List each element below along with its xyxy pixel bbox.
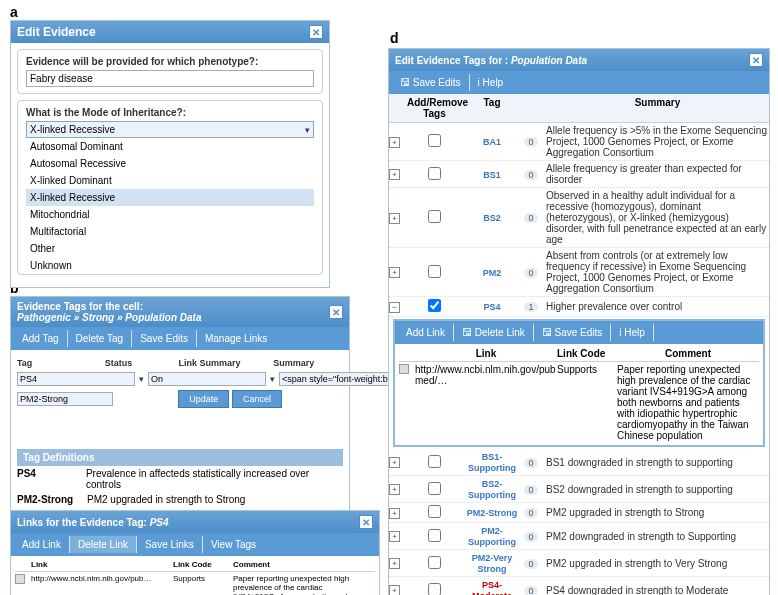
tag-name[interactable]: PM2 xyxy=(483,268,502,278)
close-icon[interactable]: ✕ xyxy=(329,305,343,319)
count-badge: 1 xyxy=(524,302,537,312)
chevron-down-icon[interactable]: ▾ xyxy=(139,374,144,384)
inheritance-options: Autosomal DominantAutosomal RecessiveX-l… xyxy=(26,138,314,274)
link-row[interactable]: http://www.ncbi.nlm.nih.gov/pubmed/… Sup… xyxy=(399,362,759,443)
summary-text: Higher prevalence over control xyxy=(540,301,769,312)
close-icon[interactable]: ✕ xyxy=(359,515,373,529)
count-badge: 0 xyxy=(524,559,537,569)
count-badge: 0 xyxy=(524,485,537,495)
cancel-button[interactable]: Cancel xyxy=(232,390,282,408)
add-link-button[interactable]: Add Link xyxy=(398,324,454,341)
inheritance-option[interactable]: X-linked Dominant xyxy=(26,172,314,189)
tag-checkbox[interactable] xyxy=(428,482,441,495)
expand-icon[interactable]: + xyxy=(389,531,400,542)
inheritance-option[interactable]: Mitochondrial xyxy=(26,206,314,223)
delete-tag-button[interactable]: Delete Tag xyxy=(68,330,133,347)
summary-text: Allele frequency is greater than expecte… xyxy=(540,163,769,185)
help-button[interactable]: i Help xyxy=(470,74,512,91)
tag-name[interactable]: PM2-Supporting xyxy=(468,526,516,547)
add-tag-button[interactable]: Add Tag xyxy=(14,330,68,347)
view-tags-button[interactable]: View Tags xyxy=(203,536,264,553)
link-row[interactable]: http://www.ncbi.nlm.nih.gov/pub… Support… xyxy=(15,572,375,595)
toolbar: Add Tag Delete Tag Save Edits Manage Lin… xyxy=(11,327,349,350)
save-edits-button[interactable]: Save Edits xyxy=(132,330,197,347)
expanded-link-panel: Add Link 🖫 Delete Link 🖫 Save Edits i He… xyxy=(393,319,765,447)
close-icon[interactable]: ✕ xyxy=(749,53,763,67)
close-icon[interactable]: ✕ xyxy=(309,25,323,39)
tag-checkbox[interactable] xyxy=(428,210,441,223)
titlebar: Edit Evidence ✕ xyxy=(11,21,329,43)
status-input[interactable] xyxy=(148,372,266,386)
tag-name[interactable]: PS4 xyxy=(483,302,500,312)
expand-icon[interactable]: + xyxy=(389,585,400,595)
phenotype-input[interactable] xyxy=(26,70,314,87)
summary-text: Absent from controls (or at extremely lo… xyxy=(540,250,769,294)
delete-link-button[interactable]: Delete Link xyxy=(70,536,137,553)
phenotype-question: Evidence will be provided for which phen… xyxy=(26,56,314,67)
tag-definitions-header: Tag Definitions xyxy=(17,449,343,466)
inheritance-option[interactable]: Autosomal Dominant xyxy=(26,138,314,155)
links-window: Links for the Evidence Tag: PS4 ✕ Add Li… xyxy=(10,510,380,595)
title-subject: Population Data xyxy=(511,55,587,66)
save-links-button[interactable]: Save Links xyxy=(137,536,203,553)
tag-row: +PM2-Very Strong0PM2 upgraded in strengt… xyxy=(389,550,769,577)
tag-checkbox[interactable] xyxy=(428,167,441,180)
expand-icon[interactable]: + xyxy=(389,558,400,569)
tag-name[interactable]: BS1 xyxy=(483,170,501,180)
tag-checkbox[interactable] xyxy=(428,529,441,542)
manage-links-button[interactable]: Manage Links xyxy=(197,330,275,347)
tag-checkbox[interactable] xyxy=(428,455,441,468)
panel-label-a: a xyxy=(10,4,18,20)
tag-row: PM2-Strong Update Cancel xyxy=(17,388,343,410)
link-summary-input[interactable] xyxy=(279,372,397,386)
tag-name[interactable]: PM2-Strong xyxy=(17,392,113,406)
tag-checkbox[interactable] xyxy=(428,134,441,147)
update-button[interactable]: Update xyxy=(178,390,229,408)
expand-icon[interactable]: + xyxy=(389,169,400,180)
tag-checkbox[interactable] xyxy=(428,583,441,596)
expand-icon[interactable]: + xyxy=(389,457,400,468)
column-headers: Add/Remove Tags Tag Summary xyxy=(389,94,769,123)
tag-name[interactable]: PS4-Moderate xyxy=(472,580,512,595)
tag-checkbox[interactable] xyxy=(428,265,441,278)
save-edits-button[interactable]: 🖫 Save Edits xyxy=(534,324,612,341)
toolbar: 🖫 Save Edits i Help xyxy=(389,71,769,94)
inheritance-dropdown[interactable]: X-linked Recessive ▾ xyxy=(26,121,314,138)
tag-name[interactable]: BS2 xyxy=(483,213,501,223)
chevron-down-icon[interactable]: ▾ xyxy=(270,374,275,384)
inheritance-option[interactable]: Other xyxy=(26,240,314,257)
inheritance-option[interactable]: Unknown xyxy=(26,257,314,274)
expand-icon[interactable]: + xyxy=(389,508,400,519)
summary-text: PM2 upgraded in strength to Very Strong xyxy=(540,558,769,569)
tag-checkbox[interactable] xyxy=(428,505,441,518)
tag-name[interactable]: BA1 xyxy=(483,137,501,147)
inheritance-option[interactable]: Multifactorial xyxy=(26,223,314,240)
expand-icon[interactable]: + xyxy=(389,267,400,278)
edit-evidence-tags-window: Edit Evidence Tags for : Population Data… xyxy=(388,48,770,595)
delete-link-button[interactable]: 🖫 Delete Link xyxy=(454,324,534,341)
tag-name[interactable]: PM2-Strong xyxy=(467,508,518,518)
tag-checkbox[interactable] xyxy=(428,556,441,569)
tag-name-input[interactable] xyxy=(17,372,135,386)
expand-icon[interactable]: + xyxy=(389,137,400,148)
tag-name[interactable]: BS2-Supporting xyxy=(468,479,516,500)
link-comment: Paper reporting unexpected high prevalen… xyxy=(233,574,375,595)
inheritance-option[interactable]: Autosomal Recessive xyxy=(26,155,314,172)
help-button[interactable]: i Help xyxy=(611,324,654,341)
count-badge: 0 xyxy=(524,213,537,223)
summary-text: Observed in a healthy adult individual f… xyxy=(540,190,769,245)
tag-name[interactable]: PM2-Very Strong xyxy=(472,553,513,574)
save-edits-button[interactable]: 🖫 Save Edits xyxy=(392,74,470,91)
tag-checkbox[interactable] xyxy=(428,299,441,312)
tag-row: +PM2-Strong0PM2 upgraded in strength to … xyxy=(389,503,769,523)
inheritance-option[interactable]: X-linked Recessive xyxy=(26,189,314,206)
expand-icon[interactable]: + xyxy=(389,213,400,224)
collapse-icon[interactable]: − xyxy=(389,302,400,313)
add-link-button[interactable]: Add Link xyxy=(14,536,70,553)
expand-icon[interactable]: + xyxy=(389,484,400,495)
panel-label-d: d xyxy=(390,30,399,46)
tag-name[interactable]: BS1-Supporting xyxy=(468,452,516,473)
tag-rows: +BS1-Supporting0BS1 downgraded in streng… xyxy=(389,449,769,595)
tag-row: +BS10Allele frequency is greater than ex… xyxy=(389,161,769,188)
title-tag: PS4 xyxy=(150,517,169,528)
